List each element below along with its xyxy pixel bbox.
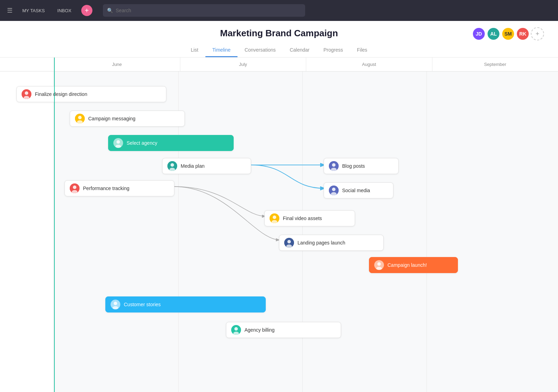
- timeline-body: Finalize design direction Campaign messa…: [0, 71, 558, 392]
- svg-point-7: [116, 140, 120, 144]
- avatar-campaign-launch: [374, 260, 384, 270]
- task-label-campaign-launch: Campaign launch!: [387, 262, 427, 268]
- avatar-performance-tracking: [70, 183, 80, 193]
- avatar-customer-stories: [111, 300, 120, 309]
- grid-line-august: [302, 71, 303, 392]
- timeline-header: June July August September: [0, 58, 558, 71]
- task-label-landing-pages: Landing pages launch: [297, 240, 345, 246]
- tab-conversations[interactable]: Conversations: [237, 44, 283, 57]
- search-bar: 🔍: [103, 4, 305, 17]
- svg-point-31: [114, 302, 117, 305]
- month-july: July: [180, 58, 307, 71]
- avatar-media-plan: [167, 161, 177, 171]
- avatar-2[interactable]: AL: [487, 27, 500, 40]
- month-june: June: [54, 58, 180, 71]
- timeline-container: June July August September: [0, 58, 558, 392]
- avatar-4[interactable]: RK: [516, 27, 529, 40]
- task-label-media-plan: Media plan: [181, 163, 205, 169]
- month-september: September: [432, 58, 558, 71]
- search-icon: 🔍: [107, 8, 113, 13]
- task-label-social-media: Social media: [342, 188, 370, 193]
- member-avatars: JD AL SM RK +: [472, 27, 544, 40]
- avatar-3[interactable]: SM: [502, 27, 515, 40]
- task-label-finalize-design: Finalize design direction: [35, 91, 87, 97]
- avatar-campaign-messaging: [75, 114, 85, 123]
- avatar-social-media: [329, 186, 339, 195]
- avatar-agency-billing: [231, 325, 241, 335]
- svg-point-19: [332, 188, 335, 191]
- svg-point-25: [287, 240, 291, 243]
- my-tasks-link[interactable]: MY TASKS: [20, 7, 47, 15]
- task-label-campaign-messaging: Campaign messaging: [88, 116, 135, 121]
- svg-point-16: [332, 163, 335, 167]
- task-finalize-design[interactable]: Finalize design direction: [16, 86, 166, 102]
- task-social-media[interactable]: Social media: [324, 182, 393, 198]
- top-navigation: ☰ MY TASKS INBOX + 🔍: [0, 0, 558, 21]
- tab-bar: List Timeline Conversations Calendar Pro…: [0, 44, 558, 57]
- avatar-landing-pages: [284, 238, 294, 248]
- left-sidebar: [0, 71, 54, 392]
- svg-point-22: [273, 216, 276, 219]
- task-agency-billing[interactable]: Agency billing: [226, 322, 341, 338]
- hamburger-icon[interactable]: ☰: [7, 7, 13, 14]
- task-blog-posts[interactable]: Blog posts: [324, 158, 399, 174]
- svg-point-10: [171, 163, 174, 167]
- task-final-video-assets[interactable]: Final video assets: [264, 210, 355, 226]
- svg-point-13: [73, 186, 76, 189]
- svg-point-34: [234, 327, 238, 331]
- svg-point-28: [377, 262, 381, 266]
- add-button[interactable]: +: [81, 5, 92, 16]
- inbox-link[interactable]: INBOX: [54, 7, 74, 15]
- avatar-final-video-assets: [270, 213, 279, 223]
- project-header: Marketing Brand Campaign JD AL SM RK + L…: [0, 21, 558, 58]
- task-performance-tracking[interactable]: Performance tracking: [65, 180, 174, 196]
- search-input[interactable]: [116, 8, 301, 13]
- avatar-finalize-design: [22, 89, 31, 99]
- task-campaign-launch[interactable]: Campaign launch!: [369, 257, 458, 273]
- add-member-button[interactable]: +: [531, 27, 544, 40]
- task-label-select-agency: Select agency: [127, 140, 157, 146]
- task-campaign-messaging[interactable]: Campaign messaging: [70, 111, 185, 127]
- task-label-performance-tracking: Performance tracking: [83, 186, 129, 191]
- tab-list[interactable]: List: [184, 44, 205, 57]
- task-media-plan[interactable]: Media plan: [162, 158, 251, 174]
- month-august: August: [306, 58, 432, 71]
- tab-progress[interactable]: Progress: [316, 44, 350, 57]
- tab-timeline[interactable]: Timeline: [205, 44, 237, 57]
- task-label-customer-stories: Customer stories: [124, 302, 161, 307]
- task-select-agency[interactable]: Select agency: [108, 135, 234, 151]
- tab-calendar[interactable]: Calendar: [283, 44, 317, 57]
- today-marker: [54, 58, 55, 392]
- avatar-blog-posts: [329, 161, 339, 171]
- svg-point-1: [25, 91, 28, 95]
- avatar-1[interactable]: JD: [472, 27, 485, 40]
- task-label-agency-billing: Agency billing: [244, 327, 274, 333]
- task-landing-pages[interactable]: Landing pages launch: [279, 235, 384, 251]
- task-label-final-video-assets: Final video assets: [283, 216, 322, 221]
- task-customer-stories[interactable]: Customer stories: [105, 296, 266, 312]
- grid-line-september: [427, 71, 427, 392]
- tab-files[interactable]: Files: [350, 44, 374, 57]
- avatar-select-agency: [113, 138, 123, 148]
- task-label-blog-posts: Blog posts: [342, 163, 365, 169]
- svg-point-4: [78, 116, 82, 119]
